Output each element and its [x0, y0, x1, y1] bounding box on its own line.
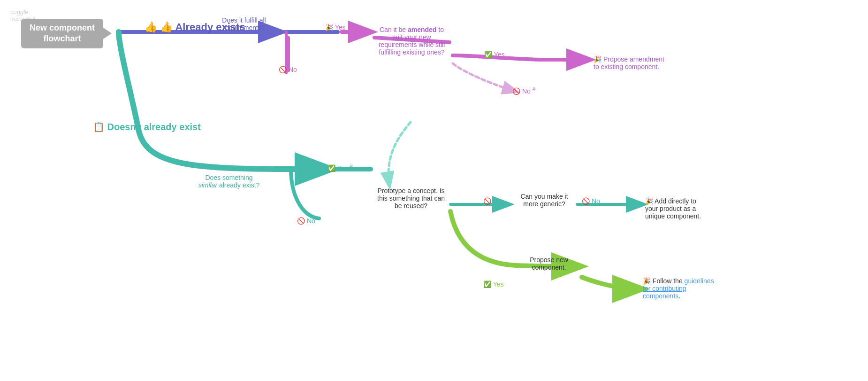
add-directly-node: 🎉 Add directly toyour product as aunique…	[645, 197, 730, 220]
amended-node: Can it be amended tosuit your newrequire…	[375, 26, 448, 56]
no3-label: 🚫 No	[297, 217, 315, 225]
guidelines-link[interactable]: guidelinesfor contributingcomponents	[643, 277, 714, 300]
yes4-label: ✅ Yes	[483, 280, 503, 288]
generic-node: Can you make itmore generic?	[511, 193, 577, 208]
doesnt-exist-node: 📋 Doesn't already exist	[93, 121, 201, 132]
follow-guidelines-node: 🎉 Follow the guidelinesfor contributingc…	[643, 277, 732, 300]
propose-amendment-node: 🎉 Propose amendmentto existing component…	[594, 55, 687, 70]
no2-label: 🚫 No #	[512, 86, 535, 95]
prototype-node: Prototype a concept. Isthis something th…	[373, 187, 449, 210]
no1-label: 🚫 No	[279, 66, 297, 73]
flowchart-title: New component flowchart	[21, 19, 103, 48]
yes1-label: 🎉 Yes	[325, 23, 345, 31]
propose-new-node: Propose newcomponent.	[521, 256, 577, 271]
yes2-label: ✅ Yes	[484, 51, 504, 58]
yes3-label: ✅ Yes #	[327, 163, 353, 172]
similar-exists-node: Does somethingsimilar already exist?	[191, 174, 266, 189]
no5-label: 🚫 No	[582, 197, 600, 205]
fulfill-requirements-node: Does it fulfill allrequirements?	[216, 16, 272, 31]
no4-label: 🚫 No	[483, 197, 502, 205]
